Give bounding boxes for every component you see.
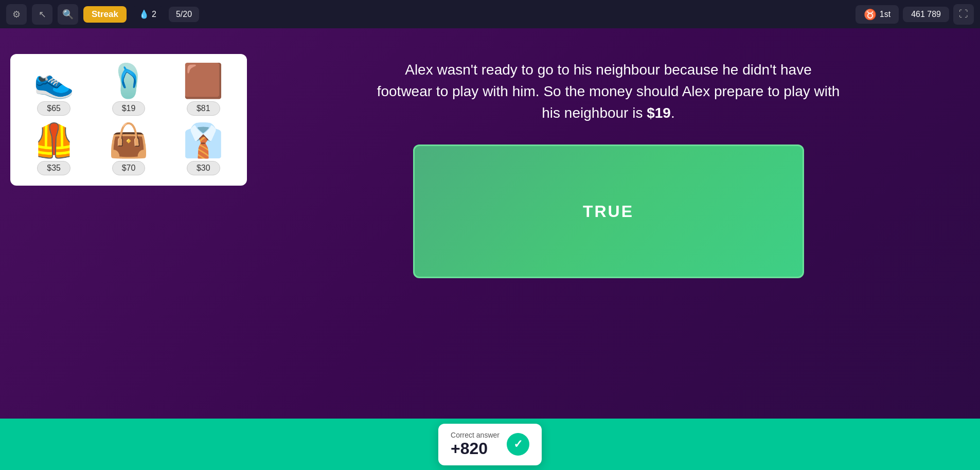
bag-emoji: 👜: [108, 124, 149, 157]
question-highlight: $19: [647, 105, 671, 121]
settings-icon: ⚙: [12, 9, 21, 20]
fire-count-badge: 💧 2: [132, 6, 164, 22]
sneakers-emoji: 👟: [33, 64, 75, 97]
cursor-button[interactable]: ↖: [32, 4, 52, 25]
zoom-button[interactable]: 🔍: [58, 4, 78, 25]
settings-button[interactable]: ⚙: [6, 4, 27, 25]
rank-badge: ♉ 1st: [856, 5, 899, 24]
shirt-emoji: 👔: [183, 124, 224, 157]
rank-label: 1st: [880, 10, 890, 19]
fire-icon: 💧: [139, 9, 149, 19]
vest-emoji: 🦺: [33, 124, 75, 157]
wallet-price: $81: [187, 101, 220, 116]
item-wallet: 🟫 $81: [170, 64, 237, 116]
shirt-price: $30: [187, 161, 220, 175]
correct-label: Correct answer: [451, 431, 500, 439]
image-panel: 👟 $65 🩴 $19 🟫 $81 🦺 $35 👜 $70 👔 $30: [10, 54, 247, 186]
fire-count-value: 2: [152, 10, 156, 19]
question-text-end: .: [671, 105, 675, 121]
progress-text: 5/20: [176, 10, 192, 19]
question-area: Alex wasn't ready to go to his neighbour…: [268, 49, 949, 278]
item-bag: 👜 $70: [95, 124, 162, 175]
expand-icon: ⛶: [959, 9, 968, 20]
main-content: 👟 $65 🩴 $19 🟫 $81 🦺 $35 👜 $70 👔 $30 Alex…: [0, 28, 980, 419]
question-text-part1: Alex wasn't ready to go to his neighbour…: [377, 62, 840, 121]
sandals-emoji: 🩴: [108, 64, 149, 97]
answer-label: TRUE: [583, 202, 634, 221]
progress-badge: 5/20: [169, 7, 199, 22]
expand-button[interactable]: ⛶: [953, 4, 974, 25]
wallet-emoji: 🟫: [183, 64, 224, 97]
streak-badge[interactable]: Streak: [83, 6, 127, 23]
zoom-icon: 🔍: [62, 9, 74, 20]
item-vest: 🦺 $35: [21, 124, 87, 175]
score-value: 461 789: [911, 10, 941, 19]
item-sandals: 🩴 $19: [95, 64, 162, 116]
popup-text-area: Correct answer +820: [451, 431, 500, 458]
bag-price: $70: [112, 161, 146, 175]
correct-answer-popup: Correct answer +820 ✓: [438, 424, 542, 465]
correct-points: +820: [451, 439, 500, 458]
item-shirt: 👔 $30: [170, 124, 237, 175]
bottom-bar: Correct answer +820 ✓: [0, 419, 980, 470]
question-text: Alex wasn't ready to go to his neighbour…: [377, 59, 840, 124]
topbar-right: ♉ 1st 461 789 ⛶: [856, 4, 974, 25]
check-circle-icon: ✓: [507, 433, 529, 456]
vest-price: $35: [37, 161, 70, 175]
item-sneakers: 👟 $65: [21, 64, 87, 116]
score-badge: 461 789: [903, 7, 949, 22]
streak-label: Streak: [92, 9, 118, 20]
taurus-icon: ♉: [864, 8, 877, 21]
topbar: ⚙ ↖ 🔍 Streak 💧 2 5/20 ♉ 1st 461 789 ⛶: [0, 0, 980, 28]
sneakers-price: $65: [37, 101, 70, 116]
cursor-icon: ↖: [39, 9, 46, 20]
sandals-price: $19: [112, 101, 146, 116]
true-answer-button[interactable]: TRUE: [413, 144, 804, 278]
